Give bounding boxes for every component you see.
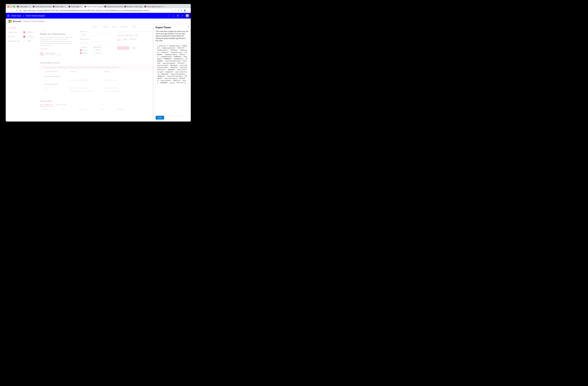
app-header: Power Apps | Fluent Theme Designer ⛶ ⭳ ⚙… [6, 13, 191, 19]
nav-reload[interactable]: ⟳ [15, 10, 18, 12]
download-icon[interactable]: ⭳ [172, 14, 174, 17]
share-icon[interactable]: ⇧ [172, 10, 173, 12]
tab-favicon [53, 6, 55, 8]
subheader-title: | Fluent UI Theme Designer [22, 20, 45, 22]
sub-header: Microsoft | Fluent UI Theme Designer [6, 19, 191, 24]
tab-favicon [104, 6, 106, 8]
browser-tab[interactable]: Fluent Theme Designer - P✕ [83, 5, 103, 8]
tab-title: Fluent Theme Designer - P [87, 6, 103, 7]
help-icon[interactable]: ? [181, 14, 184, 17]
tab-favicon [33, 6, 35, 8]
tab-overflow-button[interactable]: ⌄ [188, 6, 189, 8]
app-name: Power Apps [11, 15, 21, 17]
panel-close-icon[interactable]: ✕ [188, 26, 189, 28]
browser-tab[interactable]: Reviews - Power Apps✕ [123, 5, 143, 8]
tab-close-icon[interactable]: ✕ [64, 6, 66, 7]
browser-tab[interactable]: Power Apps✕ [67, 5, 83, 8]
theme-code-block[interactable]: { palette: { themePrimary: "#f00e4a", th… [156, 43, 189, 116]
tab-favicon [84, 6, 86, 8]
tab-favicon [17, 6, 19, 8]
tab-title: Power Apps [20, 6, 28, 7]
nav-back[interactable]: ← [7, 10, 10, 12]
tab-title: Power Apps Review Tool - [147, 6, 163, 7]
brand-text: Microsoft [13, 20, 21, 22]
browser-tab[interactable]: Power Apps✕ [52, 5, 67, 8]
lock-icon: 🔒 [20, 10, 21, 12]
browser-tab[interactable]: Power Apps✕ [16, 5, 32, 8]
microsoft-logo [9, 20, 12, 23]
account-icon[interactable] [181, 10, 182, 11]
window-close[interactable] [7, 6, 9, 7]
user-avatar[interactable] [186, 14, 189, 18]
panel-title: Export Theme [156, 26, 189, 29]
fit-icon[interactable]: ⛶ [167, 14, 170, 17]
page-name: Fluent Theme Designer [26, 15, 45, 17]
url-text[interactable]: apps.powerapps.com/play/2f6b0e93-7676-40… [23, 10, 170, 12]
browser-tab[interactable]: Power Apps Review Tool -✕ [143, 5, 163, 8]
browser-tab[interactable]: Creator Kit Control Referen✕ [103, 5, 123, 8]
chrome-menu-icon[interactable]: ⋮ [187, 10, 189, 12]
tab-favicon [144, 6, 146, 8]
nav-forward[interactable]: → [11, 10, 14, 12]
new-tab-button[interactable]: ＋ [164, 6, 166, 8]
tab-close-icon[interactable]: ✕ [29, 6, 30, 7]
tab-strip: Power Apps✕Code Review Tool Experim✕Powe… [6, 4, 191, 8]
tab-favicon [68, 6, 70, 8]
window-minimize[interactable] [10, 6, 12, 7]
url-bar: ← → ⟳ 🔒 apps.powerapps.com/play/2f6b0e93… [6, 8, 191, 13]
header-divider: | [23, 15, 23, 17]
tab-title: Power Apps [71, 6, 79, 7]
tab-title: Reviews - Power Apps [127, 6, 143, 7]
tab-close-icon[interactable]: ✕ [80, 6, 82, 7]
export-theme-panel: ✕ Export Theme This code block creates t… [154, 24, 191, 121]
app-launcher-icon[interactable] [7, 15, 9, 17]
tab-favicon [124, 6, 126, 8]
extensions-icon[interactable]: ✦ [178, 10, 179, 12]
profile-icon[interactable]: 👤 [184, 10, 186, 12]
browser-tab[interactable]: Code Review Tool Experim✕ [32, 5, 52, 8]
bookmark-icon[interactable]: ☆ [175, 10, 176, 12]
tab-title: Power Apps [55, 6, 64, 7]
window-controls[interactable] [7, 6, 15, 7]
settings-icon[interactable]: ⚙ [176, 14, 179, 17]
panel-close-button[interactable]: Close [156, 116, 164, 119]
panel-description: This code block creates the theme you ca… [156, 30, 189, 42]
window-maximize[interactable] [13, 6, 15, 7]
tab-title: Creator Kit Control Referen [107, 6, 123, 7]
tab-title: Code Review Tool Experim [35, 6, 52, 7]
